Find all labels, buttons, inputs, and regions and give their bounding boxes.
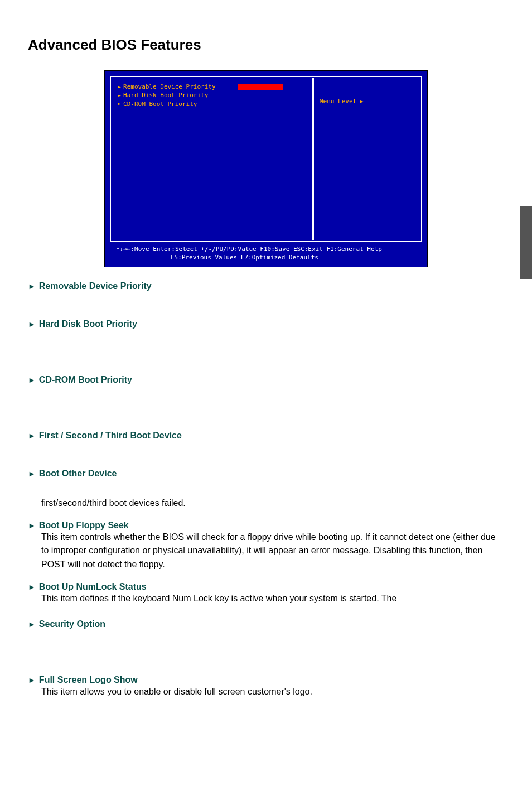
heading-hdd: ► Hard Disk Boot Priority xyxy=(28,319,504,329)
side-tab xyxy=(520,206,532,279)
heading-floppy: ► Boot Up Floppy Seek xyxy=(28,520,504,531)
triangle-right-icon: ► xyxy=(28,320,36,329)
body-bootother: first/second/third boot devices failed. xyxy=(41,496,504,510)
menu-level-label: Menu Level ► xyxy=(320,98,414,105)
heading-text: First / Second / Third Boot Device xyxy=(39,431,182,441)
section-logo: ► Full Screen Logo Show This item allows… xyxy=(28,675,504,699)
section-security: ► Security Option xyxy=(28,619,504,629)
section-numlock: ► Boot Up NumLock Status This item defin… xyxy=(28,582,504,606)
bios-menu-label: Hard Disk Boot Priority xyxy=(123,91,208,99)
bios-menu-item-cdrom: ► CD-ROM Boot Priority xyxy=(118,100,307,108)
heading-security: ► Security Option xyxy=(28,619,504,629)
body-numlock: This item defines if the keyboard Num Lo… xyxy=(41,592,504,606)
bios-content: ► Removable Device Priority ► Hard Disk … xyxy=(110,76,422,242)
section-removable: ► Removable Device Priority xyxy=(28,281,504,291)
bios-menu-label: Removable Device Priority xyxy=(123,83,216,91)
heading-text: Full Screen Logo Show xyxy=(39,675,138,685)
triangle-right-icon: ► xyxy=(118,100,121,108)
bios-screenshot: ► Removable Device Priority ► Hard Disk … xyxy=(104,70,428,267)
triangle-right-icon: ► xyxy=(28,521,36,530)
heading-text: Boot Up NumLock Status xyxy=(39,582,147,592)
heading-text: CD-ROM Boot Priority xyxy=(39,375,132,385)
bios-menu-label: CD-ROM Boot Priority xyxy=(123,100,197,108)
heading-bootdev: ► First / Second / Third Boot Device xyxy=(28,431,504,441)
section-cdrom: ► CD-ROM Boot Priority xyxy=(28,375,504,385)
bios-menu-item-removable: ► Removable Device Priority xyxy=(118,83,307,91)
heading-cdrom: ► CD-ROM Boot Priority xyxy=(28,375,504,385)
heading-removable: ► Removable Device Priority xyxy=(28,281,504,291)
heading-text: Security Option xyxy=(39,619,105,629)
section-bootdev: ► First / Second / Third Boot Device xyxy=(28,431,504,441)
bios-menu-item-hdd: ► Hard Disk Boot Priority xyxy=(118,91,307,99)
bios-footer-line2: F5:Previous Values F7:Optimized Defaults xyxy=(116,253,416,262)
triangle-right-icon: ► xyxy=(28,676,36,684)
section-floppy: ► Boot Up Floppy Seek This item controls… xyxy=(28,520,504,572)
bios-menu-panel: ► Removable Device Priority ► Hard Disk … xyxy=(112,78,312,240)
triangle-right-icon: ► xyxy=(118,83,121,91)
triangle-right-icon: ► xyxy=(28,469,36,478)
bios-help-panel: Menu Level ► xyxy=(312,78,420,240)
heading-text: Boot Other Device xyxy=(39,469,117,479)
help-divider xyxy=(314,94,420,94)
triangle-right-icon: ► xyxy=(118,91,121,99)
triangle-right-icon: ► xyxy=(28,375,36,384)
body-logo: This item allows you to enable or disabl… xyxy=(41,685,504,699)
bios-footer: ↑↓→←:Move Enter:Select +/-/PU/PD:Value F… xyxy=(110,242,422,263)
section-bootother: ► Boot Other Device first/second/third b… xyxy=(28,469,504,510)
heading-text: Hard Disk Boot Priority xyxy=(39,319,137,329)
body-floppy: This item controls whether the BIOS will… xyxy=(41,531,504,572)
selection-highlight xyxy=(238,84,283,90)
triangle-right-icon: ► xyxy=(28,620,36,629)
heading-text: Removable Device Priority xyxy=(39,281,152,291)
triangle-right-icon: ► xyxy=(28,582,36,591)
bios-footer-line1: ↑↓→←:Move Enter:Select +/-/PU/PD:Value F… xyxy=(116,245,416,253)
section-hdd: ► Hard Disk Boot Priority xyxy=(28,319,504,329)
triangle-right-icon: ► xyxy=(28,431,36,440)
heading-numlock: ► Boot Up NumLock Status xyxy=(28,582,504,592)
page-title: Advanced BIOS Features xyxy=(28,36,504,54)
heading-logo: ► Full Screen Logo Show xyxy=(28,675,504,685)
heading-bootother: ► Boot Other Device xyxy=(28,469,504,479)
triangle-right-icon: ► xyxy=(28,282,36,291)
heading-text: Boot Up Floppy Seek xyxy=(39,520,129,531)
